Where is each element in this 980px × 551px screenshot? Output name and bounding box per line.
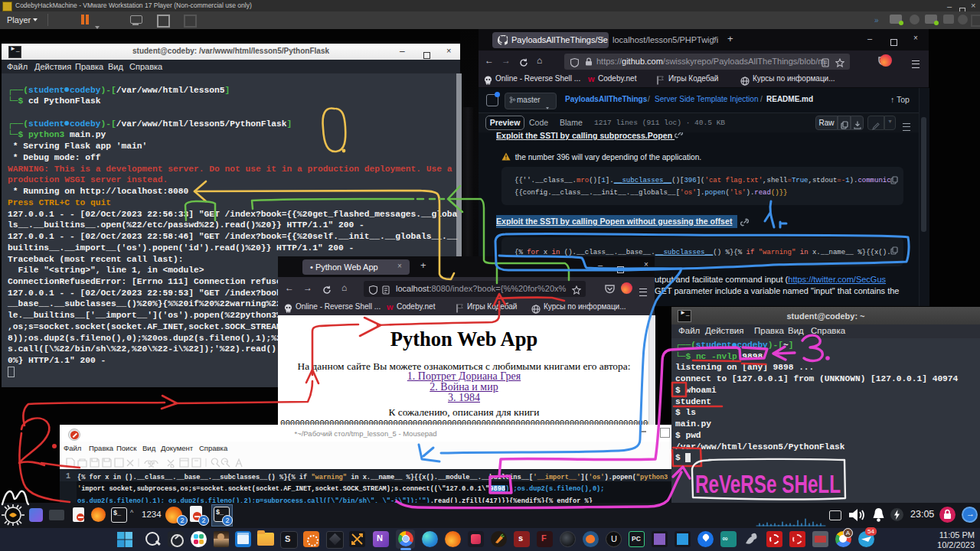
- svg-text:ReVeRSe SHeLL: ReVeRSe SHeLL: [695, 470, 841, 498]
